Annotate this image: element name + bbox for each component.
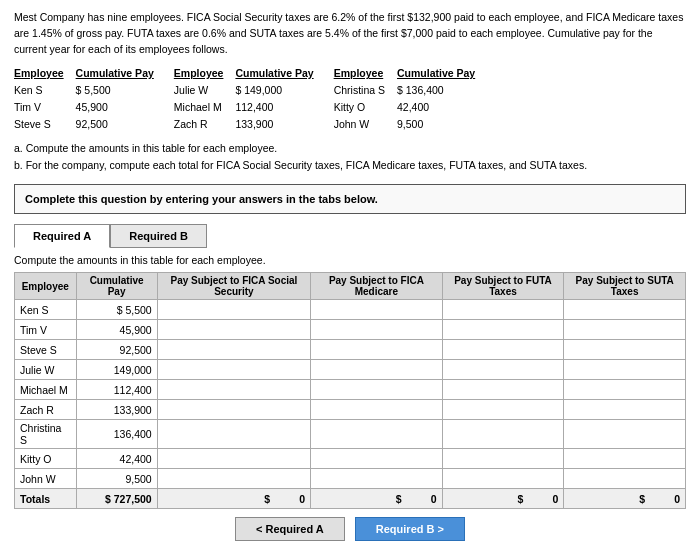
input-futa[interactable] [443,400,564,419]
cell-input-fica_med[interactable] [311,320,443,340]
cell-input-futa[interactable] [442,300,564,320]
input-futa[interactable] [443,380,564,399]
input-fica_ss[interactable] [158,420,310,448]
input-fica_ss[interactable] [158,449,310,468]
input-fica_med[interactable] [311,320,442,339]
cell-input-fica_med[interactable] [311,300,443,320]
input-suta[interactable] [564,400,685,419]
input-fica_ss[interactable] [158,360,310,379]
input-fica_med[interactable] [311,420,442,448]
table-row: Michael M112,400 [15,380,686,400]
input-fica_ss[interactable] [158,469,310,488]
th-fica-ss: Pay Subject to FICA Social Security [157,273,310,300]
input-fica_med[interactable] [311,300,442,319]
input-futa[interactable] [443,360,564,379]
et1-r3-name: Steve S [14,116,64,133]
cell-input-futa[interactable] [442,469,564,489]
input-fica_med[interactable] [311,340,442,359]
totals-futa-prefix: $ [517,493,523,505]
cell-input-fica_med[interactable] [311,400,443,420]
cell-input-futa[interactable] [442,380,564,400]
cell-input-fica_ss[interactable] [157,420,310,449]
cell-employee: Steve S [15,340,77,360]
employee-table-3: Employee Cumulative Pay Christina S $ 13… [334,65,476,132]
tab-required-b[interactable]: Required B [110,224,207,248]
cell-input-futa[interactable] [442,360,564,380]
prev-button[interactable]: < Required A [235,517,345,541]
cell-input-suta[interactable] [564,400,686,420]
cell-input-futa[interactable] [442,320,564,340]
input-suta[interactable] [564,320,685,339]
cell-input-fica_med[interactable] [311,469,443,489]
input-futa[interactable] [443,340,564,359]
input-suta[interactable] [564,360,685,379]
cell-input-fica_ss[interactable] [157,400,310,420]
input-futa[interactable] [443,300,564,319]
cell-input-suta[interactable] [564,380,686,400]
input-suta[interactable] [564,420,685,448]
tab-required-a[interactable]: Required A [14,224,110,248]
employee-data-tables: Employee Cumulative Pay Ken S $ 5,500 Ti… [14,65,686,132]
instruction-a: a. Compute the amounts in this table for… [14,140,686,157]
input-fica_med[interactable] [311,400,442,419]
input-futa[interactable] [443,469,564,488]
cell-input-suta[interactable] [564,420,686,449]
input-fica_ss[interactable] [158,340,310,359]
totals-suta: $ 0 [564,489,686,509]
cell-input-suta[interactable] [564,340,686,360]
cell-input-fica_med[interactable] [311,380,443,400]
th-fica-med: Pay Subject to FICA Medicare [311,273,443,300]
cell-input-fica_med[interactable] [311,360,443,380]
input-fica_med[interactable] [311,380,442,399]
cell-employee: Tim V [15,320,77,340]
cell-input-futa[interactable] [442,449,564,469]
cell-employee: Christina S [15,420,77,449]
cell-input-fica_ss[interactable] [157,340,310,360]
cell-input-futa[interactable] [442,400,564,420]
next-button[interactable]: Required B > [355,517,465,541]
input-futa[interactable] [443,320,564,339]
input-fica_med[interactable] [311,449,442,468]
cell-input-fica_ss[interactable] [157,449,310,469]
et3-col1-header: Employee [334,65,385,82]
cell-input-fica_ss[interactable] [157,300,310,320]
cell-cum-pay: 149,000 [76,360,157,380]
totals-futa-value: 0 [552,493,558,505]
totals-cum-pay: $ 727,500 [76,489,157,509]
cell-input-futa[interactable] [442,420,564,449]
totals-fica-med: $ 0 [311,489,443,509]
cell-input-fica_med[interactable] [311,420,443,449]
input-suta[interactable] [564,300,685,319]
tabs-row: Required A Required B [14,224,686,248]
input-fica_med[interactable] [311,360,442,379]
cell-input-suta[interactable] [564,360,686,380]
cell-input-fica_med[interactable] [311,449,443,469]
et3-r2-name: Kitty O [334,99,385,116]
cell-input-suta[interactable] [564,300,686,320]
input-fica_ss[interactable] [158,300,310,319]
employee-table-2: Employee Cumulative Pay Julie W $ 149,00… [174,65,314,132]
input-fica_ss[interactable] [158,400,310,419]
cell-input-fica_med[interactable] [311,340,443,360]
input-suta[interactable] [564,340,685,359]
input-fica_ss[interactable] [158,320,310,339]
totals-suta-value: 0 [674,493,680,505]
input-suta[interactable] [564,380,685,399]
cell-input-suta[interactable] [564,469,686,489]
cell-input-suta[interactable] [564,320,686,340]
cell-input-suta[interactable] [564,449,686,469]
tab-content-label: Compute the amounts in this table for ea… [14,254,686,266]
cell-input-fica_ss[interactable] [157,469,310,489]
input-futa[interactable] [443,420,564,448]
input-fica_med[interactable] [311,469,442,488]
input-suta[interactable] [564,449,685,468]
input-fica_ss[interactable] [158,380,310,399]
input-suta[interactable] [564,469,685,488]
bottom-buttons: < Required A Required B > [14,517,686,541]
cell-input-futa[interactable] [442,340,564,360]
cell-input-fica_ss[interactable] [157,320,310,340]
cell-input-fica_ss[interactable] [157,380,310,400]
cell-input-fica_ss[interactable] [157,360,310,380]
input-futa[interactable] [443,449,564,468]
cell-employee: Julie W [15,360,77,380]
